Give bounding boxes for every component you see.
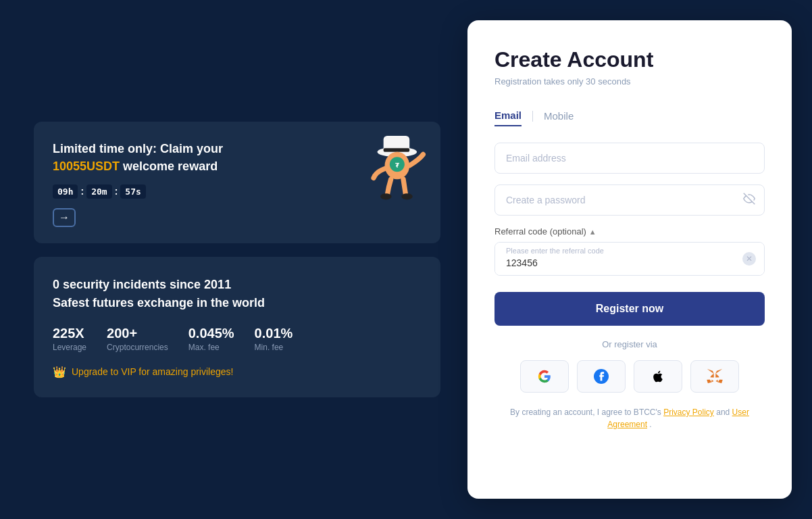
google-login-button[interactable] bbox=[520, 360, 569, 393]
stat-crypto-label: Cryptocurrencies bbox=[107, 343, 168, 352]
or-divider: Or register via bbox=[494, 339, 765, 349]
security-card: 0 security incidents since 2011 Safest f… bbox=[34, 257, 440, 397]
timer-colon-2: : bbox=[115, 186, 118, 197]
email-input[interactable] bbox=[494, 143, 765, 174]
security-line2: Safest futures exchange in the world bbox=[53, 294, 422, 312]
referral-group: Referral code (optional) ▲ Please enter … bbox=[494, 226, 765, 276]
privacy-policy-link[interactable]: Privacy Policy bbox=[663, 407, 714, 417]
timer-seconds: 57s bbox=[120, 184, 145, 199]
stat-max-fee: 0.045% Max. fee bbox=[188, 326, 234, 352]
stat-max-fee-value: 0.045% bbox=[188, 326, 234, 341]
svg-point-6 bbox=[380, 194, 392, 200]
svg-text:₮: ₮ bbox=[395, 162, 400, 169]
stat-leverage-label: Leverage bbox=[53, 343, 86, 352]
apple-login-button[interactable] bbox=[634, 360, 682, 393]
promo-headline: Limited time only: Claim your 10055USDT … bbox=[53, 141, 242, 174]
referral-label-text: Referral code (optional) bbox=[494, 226, 586, 237]
stat-min-fee: 0.01% Min. fee bbox=[255, 326, 293, 352]
stat-min-fee-value: 0.01% bbox=[255, 326, 293, 341]
email-group bbox=[494, 143, 765, 174]
stat-max-fee-label: Max. fee bbox=[188, 343, 234, 352]
terms-text: By creating an account, I agree to BTCC'… bbox=[494, 406, 765, 430]
stat-crypto: 200+ Cryptocurrencies bbox=[107, 326, 168, 352]
tab-divider bbox=[532, 111, 533, 122]
facebook-login-button[interactable] bbox=[577, 360, 626, 393]
terms-end: . bbox=[649, 420, 651, 429]
promo-text-1: Limited time only: Claim your bbox=[53, 142, 223, 155]
metamask-login-button[interactable] bbox=[690, 360, 739, 393]
referral-hint: Please enter the referral code bbox=[495, 243, 764, 255]
referral-value: 123456 bbox=[495, 255, 764, 275]
tab-email[interactable]: Email bbox=[494, 105, 522, 126]
crown-icon: 👑 bbox=[53, 366, 66, 378]
timer-hours: 09h bbox=[53, 184, 78, 199]
create-account-panel: Create Account Registration takes only 3… bbox=[467, 20, 792, 499]
svg-rect-2 bbox=[384, 149, 410, 153]
register-button[interactable]: Register now bbox=[494, 292, 765, 326]
stat-leverage-value: 225X bbox=[53, 326, 86, 341]
security-line1: 0 security incidents since 2011 bbox=[53, 276, 422, 294]
stat-leverage: 225X Leverage bbox=[53, 326, 86, 352]
promo-highlight: 10055USDT bbox=[53, 159, 120, 173]
tab-row: Email Mobile bbox=[494, 105, 765, 126]
stats-row: 225X Leverage 200+ Cryptocurrencies 0.04… bbox=[53, 326, 422, 352]
toggle-password-icon[interactable] bbox=[743, 193, 755, 207]
referral-clear-button[interactable]: ✕ bbox=[742, 252, 756, 266]
terms-and: and bbox=[716, 407, 732, 417]
social-buttons-row bbox=[494, 360, 765, 393]
password-input[interactable] bbox=[494, 184, 765, 216]
vip-text: Upgrade to VIP for amazing privileges! bbox=[72, 366, 233, 377]
terms-prefix: By creating an account, I agree to BTCC'… bbox=[510, 407, 663, 417]
referral-input-wrapper[interactable]: Please enter the referral code 123456 ✕ bbox=[494, 242, 765, 276]
security-title: 0 security incidents since 2011 Safest f… bbox=[53, 276, 422, 312]
or-text: Or register via bbox=[602, 339, 657, 349]
arrow-icon: → bbox=[59, 212, 70, 224]
stat-crypto-value: 200+ bbox=[107, 326, 168, 341]
referral-label: Referral code (optional) ▲ bbox=[494, 226, 765, 237]
timer-colon-1: : bbox=[80, 186, 84, 197]
tab-mobile[interactable]: Mobile bbox=[544, 106, 574, 126]
vip-banner[interactable]: 👑 Upgrade to VIP for amazing privileges! bbox=[53, 366, 422, 378]
promo-character-illustration: ₮ bbox=[362, 128, 430, 196]
promo-text-2: welcome reward bbox=[123, 159, 218, 173]
timer-minutes: 20m bbox=[86, 184, 111, 199]
password-group bbox=[494, 184, 765, 216]
form-title: Create Account bbox=[494, 47, 765, 72]
promo-card: Limited time only: Claim your 10055USDT … bbox=[34, 122, 440, 243]
referral-info-icon: ▲ bbox=[589, 228, 597, 236]
stat-min-fee-label: Min. fee bbox=[255, 343, 293, 352]
promo-arrow-button[interactable]: → bbox=[53, 208, 76, 227]
svg-point-7 bbox=[401, 194, 413, 200]
left-panel: Limited time only: Claim your 10055USDT … bbox=[0, 0, 467, 519]
form-subtitle: Registration takes only 30 seconds bbox=[494, 76, 765, 86]
